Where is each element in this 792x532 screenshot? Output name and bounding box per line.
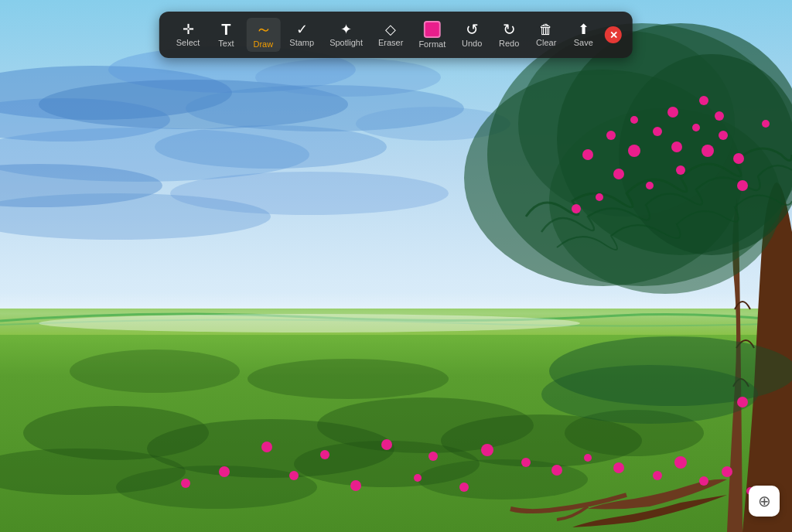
redo-label: Redo — [499, 39, 519, 48]
horizon-layer — [0, 292, 792, 335]
fab-button[interactable]: ⊕ — [749, 486, 780, 517]
draw-label: Draw — [254, 40, 274, 49]
draw-icon: ～ — [255, 21, 271, 38]
fab-icon: ⊕ — [758, 492, 771, 510]
select-label: Select — [176, 39, 200, 47]
ground-background — [0, 309, 792, 532]
text-label: Text — [218, 39, 234, 48]
close-button[interactable]: ✕ — [605, 26, 622, 43]
save-icon: ⬆ — [578, 22, 589, 36]
save-label: Save — [574, 39, 593, 47]
clear-tool[interactable]: 🗑 Clear — [529, 19, 563, 50]
redo-tool[interactable]: ↻ Redo — [492, 19, 526, 51]
spotlight-tool[interactable]: ✦ Spotlight — [323, 19, 369, 50]
select-tool[interactable]: ✛ Select — [170, 19, 207, 50]
canvas-area[interactable] — [0, 0, 792, 532]
undo-label: Undo — [462, 39, 482, 48]
eraser-icon: ◇ — [385, 22, 396, 36]
stamp-tool[interactable]: ✓ Stamp — [283, 19, 320, 50]
eraser-label: Eraser — [378, 39, 403, 47]
close-icon: ✕ — [609, 29, 618, 41]
redo-icon: ↻ — [503, 22, 516, 37]
save-tool[interactable]: ⬆ Save — [566, 19, 600, 50]
clear-icon: 🗑 — [539, 22, 553, 36]
text-tool[interactable]: T Text — [209, 19, 243, 51]
eraser-tool[interactable]: ◇ Eraser — [372, 19, 409, 50]
format-color-swatch — [424, 21, 441, 38]
toolbar: ✛ Select T Text ～ Draw ✓ Stamp ✦ Spotlig… — [159, 12, 633, 58]
stamp-icon: ✓ — [296, 22, 308, 36]
undo-tool[interactable]: ↺ Undo — [455, 19, 489, 51]
select-icon: ✛ — [183, 22, 194, 36]
undo-icon: ↺ — [466, 22, 479, 37]
clear-label: Clear — [536, 39, 556, 47]
draw-tool[interactable]: ～ Draw — [246, 18, 280, 52]
spotlight-label: Spotlight — [329, 39, 363, 47]
stamp-label: Stamp — [289, 39, 314, 47]
text-icon: T — [221, 22, 230, 37]
format-label: Format — [418, 40, 446, 49]
format-tool[interactable]: Format — [412, 18, 452, 52]
spotlight-icon: ✦ — [340, 22, 352, 36]
